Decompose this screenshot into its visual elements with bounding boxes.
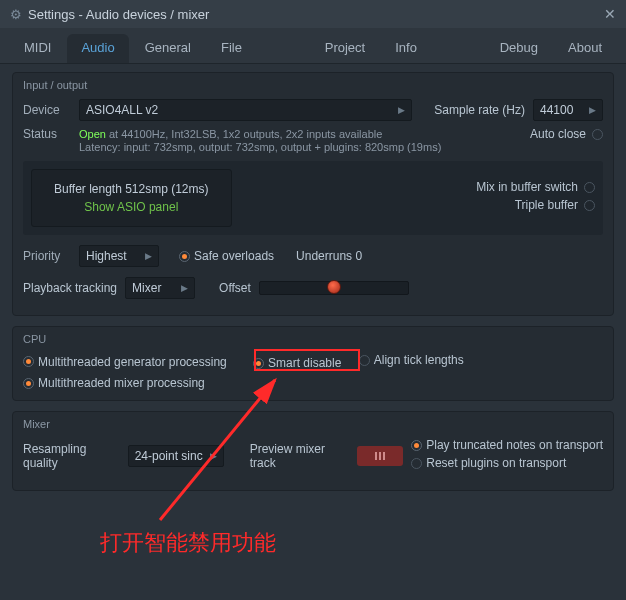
settings-icon: ⚙: [10, 7, 22, 22]
status-label: Status: [23, 127, 71, 141]
priority-select[interactable]: Highest ▶: [79, 245, 159, 267]
chevron-right-icon: ▶: [210, 451, 217, 461]
resampling-value: 24-point sinc: [135, 449, 203, 463]
align-ticks-label: Align tick lengths: [374, 353, 464, 367]
mt-gen-label: Multithreaded generator processing: [38, 355, 227, 369]
reset-plugins-option[interactable]: Reset plugins on transport: [411, 456, 603, 470]
preview-label: Preview mixer track: [250, 442, 350, 470]
tab-about[interactable]: About: [554, 34, 616, 63]
tab-spacer-2: [433, 34, 484, 63]
tab-file[interactable]: File: [207, 34, 256, 63]
priority-value: Highest: [86, 249, 127, 263]
group-title-io: Input / output: [13, 73, 613, 93]
device-value: ASIO4ALL v2: [86, 103, 158, 117]
offset-label: Offset: [219, 281, 251, 295]
preview-mixer-button[interactable]: [357, 446, 403, 466]
close-icon[interactable]: ✕: [604, 6, 616, 22]
tab-audio[interactable]: Audio: [67, 34, 128, 63]
chevron-right-icon: ▶: [589, 105, 596, 115]
group-io: Input / output Device ASIO4ALL v2 ▶ Samp…: [12, 72, 614, 316]
device-select[interactable]: ASIO4ALL v2 ▶: [79, 99, 412, 121]
resampling-select[interactable]: 24-point sinc ▶: [128, 445, 224, 467]
sample-rate-label: Sample rate (Hz): [434, 103, 525, 117]
status-line2: Latency: input: 732smp, output: 732smp, …: [79, 141, 522, 153]
reset-plugins-label: Reset plugins on transport: [426, 456, 566, 470]
tab-debug[interactable]: Debug: [486, 34, 552, 63]
triple-buffer-radio[interactable]: [584, 200, 595, 211]
status-open: Open: [79, 128, 106, 140]
tab-info[interactable]: Info: [381, 34, 431, 63]
smart-disable-label: Smart disable: [268, 356, 341, 370]
play-truncated-label: Play truncated notes on transport: [426, 438, 603, 452]
auto-close-label: Auto close: [530, 127, 586, 141]
annotation-text: 打开智能禁用功能: [100, 528, 276, 558]
mt-mix-radio[interactable]: [23, 378, 34, 389]
smart-disable-radio[interactable]: [253, 358, 264, 369]
device-label: Device: [23, 103, 71, 117]
mt-mix-option[interactable]: Multithreaded mixer processing: [23, 376, 205, 390]
window-title: Settings - Audio devices / mixer: [28, 7, 209, 22]
triple-buffer-option[interactable]: Triple buffer: [476, 198, 595, 212]
sample-rate-value: 44100: [540, 103, 573, 117]
play-truncated-radio[interactable]: [411, 440, 422, 451]
offset-slider[interactable]: [259, 281, 409, 295]
underruns-label: Underruns 0: [296, 249, 362, 263]
auto-close-radio[interactable]: [592, 129, 603, 140]
resampling-label: Resampling quality: [23, 442, 120, 470]
group-cpu: CPU Multithreaded generator processing M…: [12, 326, 614, 401]
mix-in-buffer-label: Mix in buffer switch: [476, 180, 578, 194]
mix-in-buffer-radio[interactable]: [584, 182, 595, 193]
mt-mix-label: Multithreaded mixer processing: [38, 376, 205, 390]
titlebar: ⚙ Settings - Audio devices / mixer ✕: [0, 0, 626, 28]
group-title-mixer: Mixer: [13, 412, 613, 432]
status-detail1: at 44100Hz, Int32LSB, 1x2 outputs, 2x2 i…: [106, 128, 382, 140]
preview-bars-icon: [375, 452, 385, 460]
play-truncated-option[interactable]: Play truncated notes on transport: [411, 438, 603, 452]
tab-spacer: [258, 34, 309, 63]
sample-rate-select[interactable]: 44100 ▶: [533, 99, 603, 121]
tab-project[interactable]: Project: [311, 34, 379, 63]
mt-gen-option[interactable]: Multithreaded generator processing: [23, 355, 227, 369]
safe-overloads-option[interactable]: Safe overloads: [179, 249, 274, 263]
mix-in-buffer-option[interactable]: Mix in buffer switch: [476, 180, 595, 194]
playback-value: Mixer: [132, 281, 161, 295]
show-asio-panel[interactable]: Show ASIO panel: [54, 200, 209, 214]
align-ticks-option[interactable]: Align tick lengths: [359, 353, 464, 367]
safe-overloads-label: Safe overloads: [194, 249, 274, 263]
reset-plugins-radio[interactable]: [411, 458, 422, 469]
chevron-right-icon: ▶: [181, 283, 188, 293]
chevron-right-icon: ▶: [398, 105, 405, 115]
auto-close-option[interactable]: Auto close: [530, 127, 603, 141]
tab-midi[interactable]: MIDI: [10, 34, 65, 63]
mt-gen-radio[interactable]: [23, 356, 34, 367]
playback-tracking-label: Playback tracking: [23, 281, 117, 295]
safe-overloads-radio[interactable]: [179, 251, 190, 262]
chevron-right-icon: ▶: [145, 251, 152, 261]
buffer-box: Buffer length 512smp (12ms) Show ASIO pa…: [31, 169, 232, 227]
priority-label: Priority: [23, 249, 71, 263]
buffer-length: Buffer length 512smp (12ms): [54, 182, 209, 196]
align-ticks-radio[interactable]: [359, 355, 370, 366]
status-line1: Open at 44100Hz, Int32LSB, 1x2 outputs, …: [79, 127, 522, 141]
triple-buffer-label: Triple buffer: [515, 198, 578, 212]
group-mixer: Mixer Resampling quality 24-point sinc ▶…: [12, 411, 614, 491]
group-title-cpu: CPU: [13, 327, 613, 347]
smart-disable-option[interactable]: Smart disable: [253, 356, 341, 370]
panel: Input / output Device ASIO4ALL v2 ▶ Samp…: [0, 64, 626, 509]
tabs-bar: MIDI Audio General File Project Info Deb…: [0, 28, 626, 64]
tab-general[interactable]: General: [131, 34, 205, 63]
playback-select[interactable]: Mixer ▶: [125, 277, 195, 299]
offset-knob[interactable]: [327, 280, 341, 294]
